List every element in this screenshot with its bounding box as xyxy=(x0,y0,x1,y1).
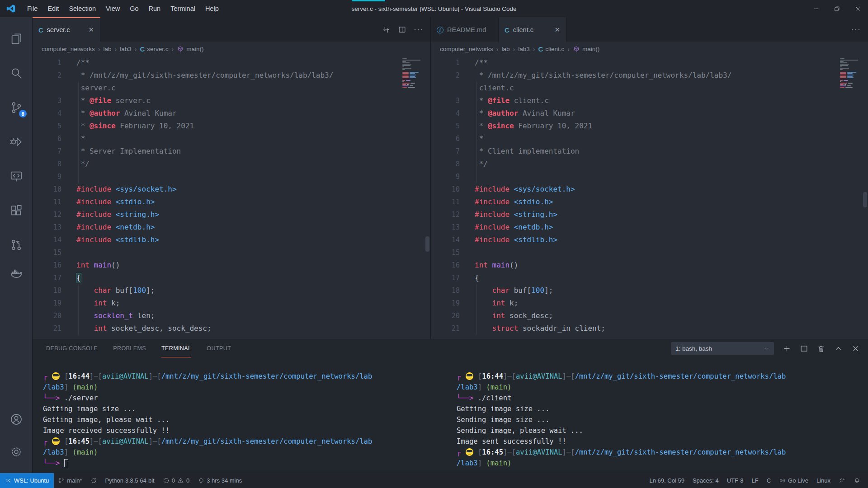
status-item-feedback[interactable] xyxy=(835,473,849,488)
code-token: buf[ xyxy=(509,286,531,295)
breadcrumb-item-lab3[interactable]: lab3 xyxy=(120,46,132,52)
menu-item-edit[interactable]: Edit xyxy=(42,0,64,17)
new-terminal-icon[interactable] xyxy=(783,344,791,353)
close-tab-icon[interactable]: ✕ xyxy=(84,26,94,34)
status-item-language[interactable]: C xyxy=(763,473,775,488)
status-item-branch[interactable]: main* xyxy=(54,473,86,488)
minimize-button[interactable] xyxy=(806,0,826,17)
status-item-sync[interactable] xyxy=(86,473,101,488)
code-line: 17{ xyxy=(33,272,430,284)
status-item-encoding[interactable]: UTF-8 xyxy=(723,473,748,488)
terminal-token: ┌ xyxy=(457,372,465,380)
code-text: * @since February 10, 2021 xyxy=(61,120,194,132)
more-actions-icon[interactable]: ··· xyxy=(414,25,423,34)
minimap-token xyxy=(847,77,854,78)
activity-item-github-pr[interactable] xyxy=(0,228,32,262)
tab-README-md[interactable]: iREADME.md xyxy=(431,17,499,42)
more-actions-icon[interactable]: ··· xyxy=(851,25,861,34)
status-item-cursor-position[interactable]: Ln 69, Col 59 xyxy=(646,473,689,488)
breadcrumb-item-clientc[interactable]: Cclient.c xyxy=(538,45,564,53)
panel-tab-debug-console[interactable]: DEBUG CONSOLE xyxy=(46,339,98,357)
activity-item-account[interactable] xyxy=(0,403,32,436)
open-changes-icon[interactable] xyxy=(382,25,391,34)
status-item-indentation[interactable]: Spaces: 4 xyxy=(689,473,723,488)
status-item-python[interactable]: Python 3.8.5 64-bit xyxy=(101,473,159,488)
minimap-line xyxy=(402,72,423,73)
menu-item-selection[interactable]: Selection xyxy=(64,0,101,17)
menu-item-view[interactable]: View xyxy=(101,0,125,17)
activity-item-source-control[interactable]: 8 xyxy=(0,90,32,125)
code-token: int xyxy=(94,324,107,333)
split-editor-icon[interactable] xyxy=(398,25,406,34)
line-number: 15 xyxy=(431,246,460,259)
code-token: <stdio.h> xyxy=(514,197,553,206)
breadcrumb-item-main[interactable]: main() xyxy=(177,46,203,53)
scrollbar-thumb[interactable] xyxy=(425,236,429,252)
activity-item-settings[interactable] xyxy=(0,436,32,468)
close-tab-icon[interactable]: ✕ xyxy=(550,26,560,34)
breadcrumb-label: lab3 xyxy=(120,46,132,52)
status-item-remote[interactable]: WSL: Ubuntu xyxy=(0,473,54,488)
minimap[interactable] xyxy=(840,58,861,88)
breadcrumb-item-serverc[interactable]: Cserver.c xyxy=(140,45,168,53)
terminal-pane-left[interactable]: ┌ [16:44]─[avii@AVINAL]─[/mnt/z/my_git/s… xyxy=(33,357,448,473)
minimap[interactable] xyxy=(402,58,423,88)
minimap-line xyxy=(402,62,423,63)
kill-terminal-icon[interactable] xyxy=(817,344,826,353)
code-editor[interactable]: 1/**2 * /mnt/z/my_git/sixth-semester/com… xyxy=(33,56,430,339)
terminal-select[interactable]: 1: bash, bash xyxy=(671,342,774,355)
panel-tab-output[interactable]: OUTPUT xyxy=(207,339,231,357)
tab-client-c[interactable]: Cclient.c✕ xyxy=(499,17,566,42)
code-token: <string.h> xyxy=(116,210,159,219)
panel-tab-terminal[interactable]: TERMINAL xyxy=(161,339,191,357)
menu-item-help[interactable]: Help xyxy=(200,0,224,17)
line-number: 10 xyxy=(33,183,61,196)
breadcrumb-item-computer_networks[interactable]: computer_networks xyxy=(42,46,95,52)
status-item-go-live[interactable]: Go Live xyxy=(775,473,812,488)
maximize-panel-icon[interactable] xyxy=(834,344,843,353)
terminal-token: Getting image size ... xyxy=(457,405,549,413)
split-terminal-icon[interactable] xyxy=(800,344,808,353)
code-text: #include <sys/socket.h> xyxy=(460,183,575,196)
menu-item-run[interactable]: Run xyxy=(144,0,166,17)
breadcrumb-item-lab[interactable]: lab xyxy=(103,46,111,52)
terminal-token: ] xyxy=(478,383,486,391)
status-item-os[interactable]: Linux xyxy=(812,473,835,488)
breadcrumb-separator: › xyxy=(513,46,515,53)
remote-explorer-icon xyxy=(9,169,23,183)
activity-item-docker[interactable] xyxy=(0,262,32,284)
menu-item-terminal[interactable]: Terminal xyxy=(165,0,200,17)
activity-item-extensions[interactable] xyxy=(0,193,32,228)
close-button[interactable] xyxy=(847,0,868,17)
status-item-problems[interactable]: 00 xyxy=(159,473,193,488)
restore-button[interactable] xyxy=(826,0,847,17)
status-item-notifications[interactable] xyxy=(849,473,864,488)
close-panel-icon[interactable] xyxy=(851,344,860,353)
code-token: * xyxy=(475,122,488,130)
activity-item-remote-explorer[interactable] xyxy=(0,159,32,193)
code-line: 17{ xyxy=(431,272,868,284)
sunglasses-emoji-icon xyxy=(52,372,60,380)
scrollbar-thumb[interactable] xyxy=(863,192,867,207)
panel-tab-problems[interactable]: PROBLEMS xyxy=(113,339,146,357)
status-item-eol[interactable]: LF xyxy=(748,473,763,488)
code-text: socklen_t len; xyxy=(61,310,155,322)
terminal-area[interactable]: ┌ [16:44]─[avii@AVINAL]─[/mnt/z/my_git/s… xyxy=(33,357,868,473)
minimap-line xyxy=(840,66,861,67)
activity-item-run-debug[interactable] xyxy=(0,125,32,159)
terminal-token xyxy=(60,372,64,380)
menu-item-go[interactable]: Go xyxy=(125,0,143,17)
breadcrumb-item-main[interactable]: main() xyxy=(573,46,599,53)
minimap-token xyxy=(402,58,407,59)
code-token: client.c xyxy=(475,84,514,92)
breadcrumb-item-lab[interactable]: lab xyxy=(501,46,509,52)
code-editor[interactable]: 1/**2 * /mnt/z/my_git/sixth-semester/com… xyxy=(431,56,868,339)
breadcrumb-item-lab3[interactable]: lab3 xyxy=(518,46,530,52)
tab-server-c[interactable]: Cserver.c✕ xyxy=(33,17,100,42)
activity-item-search[interactable] xyxy=(0,56,32,90)
activity-item-explorer[interactable] xyxy=(0,22,32,56)
breadcrumb-item-computer_networks[interactable]: computer_networks xyxy=(440,46,493,52)
menu-item-file[interactable]: File xyxy=(22,0,42,17)
status-item-time[interactable]: 3 hrs 34 mins xyxy=(193,473,246,488)
terminal-pane-right[interactable]: ┌ [16:44]─[avii@AVINAL]─[/mnt/z/my_git/s… xyxy=(448,357,868,473)
